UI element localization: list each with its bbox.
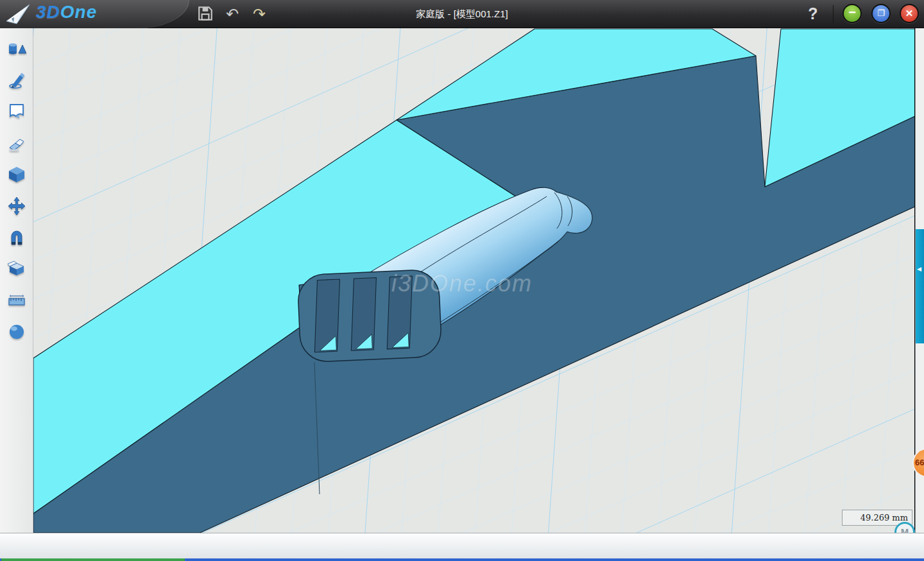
left-toolbar — [0, 28, 33, 533]
redo-button[interactable]: ↷ — [250, 5, 269, 24]
sidebar-tool-eraser[interactable] — [7, 134, 26, 153]
watermark: i3DOne.com — [391, 270, 533, 297]
sidebar-tool-move[interactable] — [7, 196, 26, 216]
undo-button[interactable]: ↶ — [223, 5, 242, 24]
window-title: 家庭版 - [模型001.Z1] — [321, 8, 603, 21]
assembly-box-icon — [7, 259, 26, 279]
community-badge-count: 66 — [915, 458, 924, 467]
feature-cube-icon — [7, 165, 26, 184]
title-bar: 3DOne ↶ ↷ 家庭版 - [模型001.Z1] ? − ❐ ✕ — [0, 0, 924, 28]
surface-sheet-icon — [7, 101, 26, 121]
restore-icon: ❐ — [877, 8, 885, 18]
restore-button[interactable]: ❐ — [871, 4, 891, 23]
close-button[interactable]: ✕ — [900, 4, 919, 23]
save-button[interactable] — [196, 5, 215, 24]
sidebar-tool-magnet[interactable] — [7, 228, 26, 247]
dimension-ruler-icon — [7, 291, 26, 310]
brand-one: One — [60, 2, 97, 22]
viewport-3d-canvas[interactable]: i3DOne.com — [33, 28, 914, 533]
sidebar-tool-primitives[interactable] — [7, 40, 26, 59]
minimize-button[interactable]: − — [843, 4, 862, 23]
paper-plane-logo-icon — [5, 3, 31, 25]
redo-icon: ↷ — [253, 5, 266, 22]
panel-expand-tab[interactable]: ◀ — [916, 229, 924, 343]
sidebar-tool-assembly[interactable] — [7, 259, 26, 279]
primitive-solids-icon — [7, 40, 26, 59]
bottom-bar — [0, 533, 924, 558]
sketch-pencil-icon — [7, 71, 26, 90]
brand-3d: 3D — [36, 2, 60, 22]
help-button[interactable]: ? — [803, 4, 823, 24]
sidebar-tool-material[interactable] — [7, 322, 26, 341]
titlebar-divider — [833, 5, 834, 23]
undo-icon: ↶ — [226, 5, 239, 22]
sidebar-tool-sketch[interactable] — [7, 71, 26, 90]
close-icon: ✕ — [905, 8, 914, 19]
taskbar-green-segment — [1, 558, 185, 561]
material-sphere-icon — [7, 322, 26, 341]
minimize-icon: − — [848, 5, 856, 19]
app-brand: 3DOne — [36, 2, 97, 22]
move-arrows-icon — [7, 196, 26, 216]
panel-expand-arrow-icon: ◀ — [917, 266, 921, 272]
sidebar-tool-surface[interactable] — [7, 101, 26, 121]
save-floppy-icon — [197, 5, 214, 22]
magnet-constraint-icon — [7, 228, 26, 247]
sidebar-tool-dimension[interactable] — [7, 291, 26, 310]
sweep-eraser-icon — [7, 134, 26, 153]
sidebar-tool-feature[interactable] — [7, 165, 26, 184]
